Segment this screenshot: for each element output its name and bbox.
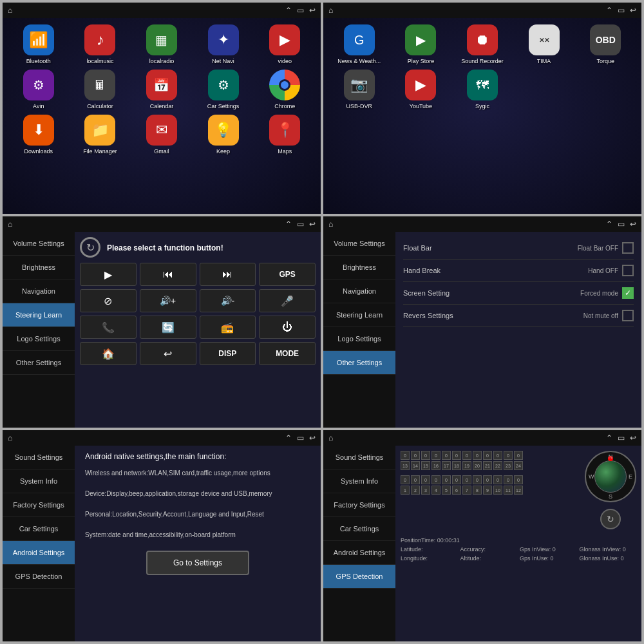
android-line-3: Personal:Location,Security,Account,Langu…: [85, 509, 310, 520]
sidebar-item-steering-4[interactable]: Steering Learn: [323, 303, 395, 327]
vol-up-button[interactable]: 🔊+: [140, 289, 196, 312]
app-icons-grid-1: 📶 Bluetooth ♪ localmusic ▦ localradio ✦ …: [3, 18, 321, 161]
sidebar-item-volume-3[interactable]: Volume Settings: [3, 232, 75, 256]
sidebar-item-brightness-4[interactable]: Brightness: [323, 256, 395, 279]
android-line-2: Device:Display,beep,application,storage …: [85, 489, 310, 499]
app-carsettings[interactable]: ⚙ Car Settings: [195, 70, 252, 109]
other-settings-content: Float Bar Float Bar OFF Hand Break Hand …: [395, 232, 641, 428]
sidebar-item-logo-4[interactable]: Logo Settings: [323, 327, 395, 351]
gps-bottom-label-row: 1 2 3 4 5 6 7 8 9 10 11 12: [401, 486, 580, 495]
sidebar-item-car-6[interactable]: Car Settings: [323, 517, 395, 541]
next-button[interactable]: ⏭: [200, 263, 256, 286]
app-sygic[interactable]: 🗺 Sygic: [454, 70, 511, 109]
sidebar-item-sysinfo-6[interactable]: System Info: [323, 469, 395, 493]
prev-button[interactable]: ⏮: [140, 263, 196, 286]
app-chrome[interactable]: Chrome: [256, 70, 313, 109]
square-icon-3: ▭: [297, 220, 304, 229]
sidebar-item-android-5[interactable]: Android Settings: [3, 541, 75, 565]
sidebar-item-car-5[interactable]: Car Settings: [3, 517, 75, 541]
back-icon-5: ↩: [309, 433, 316, 442]
settings-row-screen: Screen Setting Forced mode ✓: [403, 282, 634, 305]
app-bluetooth[interactable]: 📶 Bluetooth: [10, 24, 67, 64]
sidebar-item-gps-5[interactable]: GPS Detection: [3, 565, 75, 589]
go-to-settings-button[interactable]: Go to Settings: [146, 551, 249, 575]
status-bar-1: ⌂ ⌃ ▭ ↩: [3, 3, 321, 18]
panel-other-settings: ⌂ ⌃ ▭ ↩ Volume Settings Brightness Navig…: [323, 216, 641, 428]
floatbar-value-container: Float Bar OFF: [578, 242, 634, 254]
sidebar-item-gps-6[interactable]: GPS Detection: [323, 565, 395, 589]
app-keep[interactable]: 💡 Keep: [195, 115, 252, 155]
phone-button[interactable]: 📞: [80, 316, 137, 339]
status-bar-5: ⌂ ⌃ ▭ ↩: [3, 430, 321, 446]
mic-button[interactable]: 🎤: [259, 289, 316, 312]
gps-label-19: 19: [462, 461, 471, 470]
glonass-inuse-label: Glonass InUse: 0: [580, 555, 637, 562]
app-usbdvr[interactable]: 📷 USB-DVR: [331, 70, 388, 109]
sidebar-item-factory-5[interactable]: Factory Settings: [3, 493, 75, 517]
gmail-icon: ✉: [146, 115, 177, 146]
app-maps[interactable]: 📍 Maps: [256, 115, 313, 155]
app-filemanager[interactable]: 📁 File Manager: [72, 115, 129, 155]
app-label-tima: TIMA: [537, 58, 551, 64]
app-newsweather[interactable]: G News & Weath...: [331, 24, 388, 64]
app-calculator[interactable]: 🖩 Calculator: [72, 70, 129, 109]
sidebar-item-factory-6[interactable]: Factory Settings: [323, 493, 395, 517]
app-soundrecorder[interactable]: ⏺ Sound Recorder: [454, 24, 511, 64]
app-calendar[interactable]: 📅 Calendar: [133, 70, 190, 109]
sidebar-item-volume-4[interactable]: Volume Settings: [323, 232, 395, 256]
calculator-icon: 🖩: [84, 70, 115, 100]
app-downloads[interactable]: ⬇ Downloads: [10, 115, 67, 155]
gps-cell-b2: 0: [421, 475, 430, 484]
home-media-button[interactable]: 🏠: [80, 342, 137, 365]
back-media-button[interactable]: ↩: [140, 342, 196, 365]
sidebar-item-brightness-3[interactable]: Brightness: [3, 256, 75, 279]
app-localmusic[interactable]: ♪ localmusic: [72, 24, 129, 64]
app-label-chrome: Chrome: [274, 103, 295, 109]
screen-checkbox[interactable]: ✓: [622, 287, 634, 299]
mute-button[interactable]: ⊘: [80, 289, 137, 312]
sidebar-item-sound-5[interactable]: Sound Settings: [3, 446, 75, 469]
app-label-maps: Maps: [278, 148, 292, 155]
rotate-button[interactable]: 🔄: [140, 316, 196, 339]
gps-cell-b6: 0: [462, 475, 471, 484]
screen-value: Forced mode: [580, 290, 618, 297]
app-playstore[interactable]: ▶ Play Store: [393, 24, 450, 64]
sidebar-item-navigation-3[interactable]: Navigation: [3, 279, 75, 303]
gps-label-9: 9: [483, 486, 492, 495]
mode-button[interactable]: MODE: [259, 342, 316, 365]
gps-cell-8: 0: [483, 451, 492, 460]
radio-button[interactable]: 📻: [200, 316, 256, 339]
gps-label-13: 13: [401, 461, 410, 470]
app-torque[interactable]: OBD Torque: [577, 24, 634, 64]
sidebar-item-other-3[interactable]: Other Settings: [3, 351, 75, 375]
gps-bottom-bars: 0 0 0 0 0 0 0 0 0 0 0 0: [401, 475, 580, 495]
gps-cell-10: 0: [504, 451, 513, 460]
app-youtube[interactable]: ▶ YouTube: [393, 70, 450, 109]
handbreak-checkbox[interactable]: [622, 265, 634, 276]
revers-checkbox[interactable]: [622, 310, 634, 321]
floatbar-checkbox[interactable]: [622, 242, 634, 254]
settings-row-revers: Revers Settings Not mute off: [403, 305, 634, 327]
sidebar-item-steering-3[interactable]: Steering Learn: [3, 303, 75, 327]
play-button[interactable]: ▶: [80, 263, 137, 286]
gps-top-bars: 0 0 0 0 0 0 0 0 0 0 0 0: [401, 451, 580, 470]
app-video[interactable]: ▶ video: [256, 24, 313, 64]
app-avin[interactable]: ⚙ Avin: [10, 70, 67, 109]
gps-button[interactable]: GPS: [259, 263, 316, 286]
app-label-newsweather: News & Weath...: [337, 58, 381, 64]
sidebar-item-other-4[interactable]: Other Settings: [323, 351, 395, 375]
app-localradio[interactable]: ▦ localradio: [133, 24, 190, 64]
sidebar-item-navigation-4[interactable]: Navigation: [323, 279, 395, 303]
sidebar-item-sysinfo-5[interactable]: System Info: [3, 469, 75, 493]
sidebar-item-logo-3[interactable]: Logo Settings: [3, 327, 75, 351]
power-button[interactable]: ⏻: [259, 316, 316, 339]
app-netnavi[interactable]: ✦ Net Navi: [195, 24, 252, 64]
vol-down-button[interactable]: 🔊-: [200, 289, 256, 312]
sidebar-item-sound-6[interactable]: Sound Settings: [323, 446, 395, 469]
gps-label-16: 16: [431, 461, 440, 470]
app-tima[interactable]: ✕✕ TIMA: [516, 24, 573, 64]
disp-button[interactable]: DISP: [200, 342, 256, 365]
app-gmail[interactable]: ✉ Gmail: [133, 115, 190, 155]
sidebar-item-android-6[interactable]: Android Settings: [323, 541, 395, 565]
gps-refresh-button[interactable]: ↻: [600, 509, 621, 529]
